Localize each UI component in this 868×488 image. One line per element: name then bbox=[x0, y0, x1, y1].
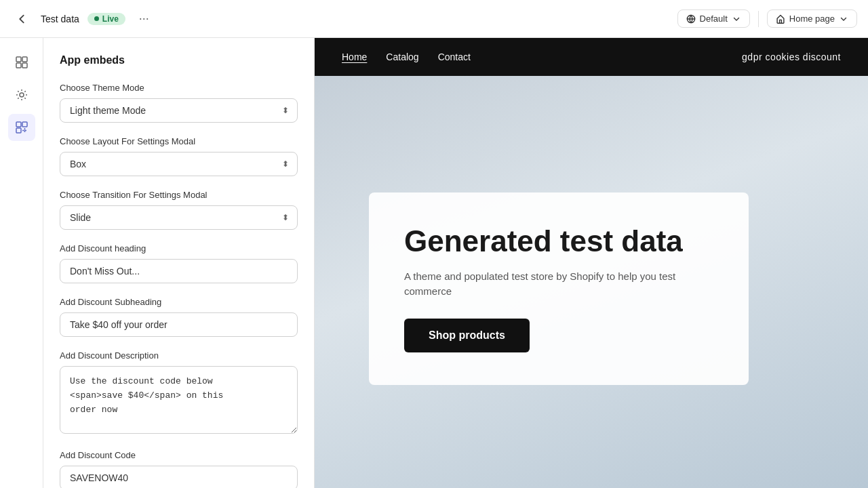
sidebar-settings-btn[interactable] bbox=[8, 81, 35, 108]
theme-mode-select[interactable]: Light theme Mode bbox=[60, 99, 297, 122]
layout-group: Choose Layout For Settings Modal Box ⬍ bbox=[60, 136, 298, 176]
nav-home[interactable]: Home bbox=[342, 52, 367, 62]
more-button[interactable]: ··· bbox=[134, 9, 155, 28]
default-label: Default bbox=[700, 14, 728, 24]
nav-right-text: gdpr cookies discount bbox=[742, 52, 841, 62]
discount-subheading-input[interactable] bbox=[60, 312, 298, 337]
discount-subheading-label: Add Discount Subheading bbox=[60, 297, 298, 307]
panel-title: App embeds bbox=[60, 54, 298, 66]
store-nav-links: Home Catalog Contact bbox=[342, 52, 471, 62]
theme-mode-group: Choose Theme Mode Light theme Mode ⬍ bbox=[60, 83, 298, 123]
homepage-dropdown[interactable]: Home page bbox=[767, 9, 857, 28]
preview-inner: Home Catalog Contact gdpr cookies discou… bbox=[315, 38, 868, 488]
svg-rect-4 bbox=[22, 63, 27, 68]
shop-products-button[interactable]: Shop products bbox=[404, 319, 530, 352]
hero-card: Generated test data A theme and populate… bbox=[369, 192, 749, 384]
homepage-label: Home page bbox=[789, 14, 835, 24]
default-dropdown[interactable]: Default bbox=[677, 9, 750, 28]
layout-select-wrapper[interactable]: Box ⬍ bbox=[60, 152, 298, 176]
theme-mode-label: Choose Theme Mode bbox=[60, 83, 298, 93]
topbar: Test data Live ··· Default Home page bbox=[0, 0, 868, 38]
live-badge: Live bbox=[87, 13, 125, 25]
nav-contact[interactable]: Contact bbox=[438, 52, 471, 62]
topbar-title: Test data bbox=[41, 14, 79, 24]
transition-select-wrapper[interactable]: Slide ⬍ bbox=[60, 205, 298, 230]
layout-label: Choose Layout For Settings Modal bbox=[60, 136, 298, 146]
sidebar-apps-btn[interactable] bbox=[8, 114, 35, 141]
hero-title: Generated test data bbox=[404, 225, 713, 258]
discount-heading-label: Add Discount heading bbox=[60, 243, 298, 253]
hero-subtitle: A theme and populated test store by Shop… bbox=[404, 269, 713, 300]
nav-catalog[interactable]: Catalog bbox=[386, 52, 418, 62]
transition-select[interactable]: Slide bbox=[60, 206, 297, 229]
theme-mode-select-wrapper[interactable]: Light theme Mode ⬍ bbox=[60, 98, 298, 123]
discount-code-label: Add Discount Code bbox=[60, 450, 298, 460]
transition-label: Choose Transition For Settings Modal bbox=[60, 190, 298, 200]
settings-panel: App embeds Choose Theme Mode Light theme… bbox=[43, 38, 315, 488]
discount-code-group: Add Discount Code bbox=[60, 450, 298, 488]
discount-code-input[interactable] bbox=[60, 466, 298, 488]
separator bbox=[758, 11, 759, 27]
sidebar-layout-btn[interactable] bbox=[8, 49, 35, 76]
live-label: Live bbox=[102, 14, 119, 24]
svg-rect-3 bbox=[16, 63, 21, 68]
discount-description-label: Add Discount Description bbox=[60, 350, 298, 361]
discount-description-group: Add Discount Description Use the discoun… bbox=[60, 350, 298, 436]
main-layout: App embeds Choose Theme Mode Light theme… bbox=[0, 38, 868, 488]
discount-subheading-group: Add Discount Subheading bbox=[60, 297, 298, 337]
discount-description-textarea[interactable]: Use the discount code below <span>save $… bbox=[60, 366, 298, 434]
svg-rect-1 bbox=[16, 57, 21, 62]
discount-heading-group: Add Discount heading bbox=[60, 243, 298, 283]
layout-select[interactable]: Box bbox=[60, 152, 297, 176]
live-dot bbox=[94, 16, 99, 21]
icon-sidebar bbox=[0, 38, 43, 488]
preview-panel: Home Catalog Contact gdpr cookies discou… bbox=[315, 38, 868, 488]
back-button[interactable] bbox=[11, 8, 33, 30]
store-hero: Generated test data A theme and populate… bbox=[315, 76, 868, 488]
svg-point-5 bbox=[20, 93, 24, 97]
svg-rect-8 bbox=[16, 128, 21, 133]
svg-rect-7 bbox=[22, 122, 27, 127]
store-nav: Home Catalog Contact gdpr cookies discou… bbox=[315, 38, 868, 76]
transition-group: Choose Transition For Settings Modal Sli… bbox=[60, 190, 298, 230]
svg-rect-6 bbox=[16, 122, 21, 127]
discount-heading-input[interactable] bbox=[60, 259, 298, 283]
svg-rect-2 bbox=[22, 57, 27, 62]
